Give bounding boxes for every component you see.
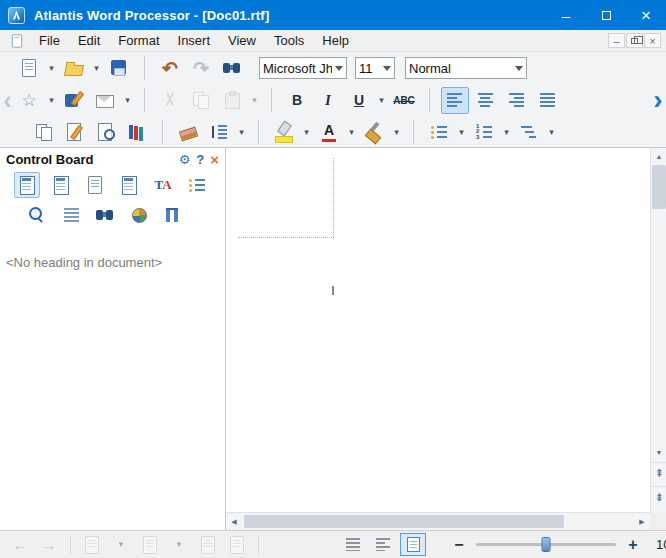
- scroll-left-button[interactable]: ◀: [226, 513, 242, 531]
- zoom-out-button[interactable]: −: [447, 533, 471, 557]
- headings-pane-button[interactable]: [14, 172, 40, 198]
- mdi-close-button[interactable]: ×: [644, 33, 661, 48]
- page-layout-view-button[interactable]: [400, 533, 426, 556]
- online-view-button[interactable]: [370, 533, 396, 556]
- font-size-combo[interactable]: 11: [355, 57, 395, 79]
- favorites-button[interactable]: ☆: [15, 87, 43, 114]
- email-dropdown[interactable]: ▾: [122, 87, 133, 114]
- redo-button[interactable]: ↷: [187, 55, 215, 82]
- clone-document-button[interactable]: [30, 119, 58, 146]
- scroll-down-button[interactable]: ▼: [651, 444, 666, 460]
- new-document-dropdown[interactable]: ▾: [46, 55, 57, 82]
- menu-view[interactable]: View: [219, 30, 265, 51]
- horizontal-scrollbar[interactable]: ◀ ▶: [226, 512, 650, 530]
- highlight-dropdown[interactable]: ▾: [301, 119, 312, 146]
- font-color-dropdown[interactable]: ▾: [346, 119, 357, 146]
- style-combo[interactable]: Normal: [405, 57, 527, 79]
- strikethrough-button[interactable]: ABC: [390, 87, 418, 114]
- email-button[interactable]: [91, 87, 119, 114]
- align-right-button[interactable]: [503, 87, 531, 114]
- horizontal-scroll-thumb[interactable]: [244, 515, 564, 528]
- menu-file[interactable]: File: [30, 30, 69, 51]
- statusbar-doc-button-4[interactable]: [225, 533, 249, 557]
- new-document-button[interactable]: [15, 55, 43, 82]
- line-spacing-dropdown[interactable]: ▾: [236, 119, 247, 146]
- nav-back-button[interactable]: ←: [8, 533, 32, 557]
- underline-button[interactable]: U: [345, 87, 373, 114]
- copy-button[interactable]: [187, 87, 215, 114]
- align-justify-button[interactable]: [534, 87, 562, 114]
- bookmarks-pane-button[interactable]: [82, 172, 108, 198]
- colors-pane-button[interactable]: [126, 202, 152, 228]
- mdi-restore-button[interactable]: [626, 33, 643, 48]
- previous-toolbar-chevron-icon[interactable]: ‹: [1, 89, 14, 110]
- mdi-minimize-button[interactable]: –: [608, 33, 625, 48]
- line-spacing-button[interactable]: [205, 119, 233, 146]
- zoom-pane-button[interactable]: [24, 202, 50, 228]
- numbered-list-button[interactable]: [470, 119, 498, 146]
- close-button[interactable]: ×: [626, 0, 666, 30]
- zoom-in-button[interactable]: +: [621, 533, 645, 557]
- paste-dropdown[interactable]: ▾: [249, 87, 260, 114]
- italic-button[interactable]: I: [314, 87, 342, 114]
- numbered-list-dropdown[interactable]: ▾: [501, 119, 512, 146]
- document-area[interactable]: ▲ ▼ ⇞ ⇟ ◀ ▶: [226, 148, 666, 530]
- format-painter-button[interactable]: [360, 119, 388, 146]
- menu-format[interactable]: Format: [109, 30, 168, 51]
- print-preview-button[interactable]: [92, 119, 120, 146]
- maximize-button[interactable]: [586, 0, 626, 30]
- statusbar-doc-button-1[interactable]: [80, 533, 104, 557]
- library-button[interactable]: [123, 119, 151, 146]
- nav-forward-button[interactable]: →: [37, 533, 61, 557]
- vertical-scroll-thumb[interactable]: [652, 165, 666, 209]
- find-button[interactable]: [218, 55, 246, 82]
- open-button[interactable]: [60, 55, 88, 82]
- search-pane-button[interactable]: [92, 202, 118, 228]
- underline-dropdown[interactable]: ▾: [376, 87, 387, 114]
- save-button[interactable]: [105, 55, 133, 82]
- draft-view-button[interactable]: [340, 533, 366, 556]
- vertical-scrollbar[interactable]: ▲ ▼ ⇞ ⇟: [650, 148, 666, 512]
- minimize-button[interactable]: –: [546, 0, 586, 30]
- undo-button[interactable]: ↶: [156, 55, 184, 82]
- zoom-slider[interactable]: [476, 543, 616, 546]
- bold-button[interactable]: B: [283, 87, 311, 114]
- scroll-up-button[interactable]: ▲: [651, 148, 666, 164]
- edit-document-button[interactable]: [61, 119, 89, 146]
- fonts-pane-button[interactable]: TA: [150, 172, 176, 198]
- align-center-button[interactable]: [472, 87, 500, 114]
- statusbar-doc-dropdown-1[interactable]: ▾: [109, 533, 133, 557]
- scroll-right-button[interactable]: ▶: [634, 513, 650, 531]
- sections-pane-button[interactable]: [48, 172, 74, 198]
- bullet-list-button[interactable]: [425, 119, 453, 146]
- multilevel-list-dropdown[interactable]: ▾: [546, 119, 557, 146]
- menu-insert[interactable]: Insert: [169, 30, 220, 51]
- multilevel-list-button[interactable]: [515, 119, 543, 146]
- menu-tools[interactable]: Tools: [265, 30, 313, 51]
- font-name-combo[interactable]: Microsoft Jh: [259, 57, 347, 79]
- save-all-button[interactable]: [60, 87, 88, 114]
- favorites-dropdown[interactable]: ▾: [46, 87, 57, 114]
- font-color-button[interactable]: A: [315, 119, 343, 146]
- columns-pane-button[interactable]: [160, 202, 186, 228]
- statusbar-doc-button-3[interactable]: [196, 533, 220, 557]
- next-toolbar-chevron-icon[interactable]: ›: [651, 88, 665, 110]
- menu-edit[interactable]: Edit: [69, 30, 109, 51]
- menu-help[interactable]: Help: [313, 30, 358, 51]
- eraser-button[interactable]: [174, 119, 202, 146]
- statusbar-doc-dropdown-2[interactable]: ▾: [167, 533, 191, 557]
- highlight-button[interactable]: [270, 119, 298, 146]
- open-dropdown[interactable]: ▾: [91, 55, 102, 82]
- outline-pane-button[interactable]: [184, 172, 210, 198]
- cut-button[interactable]: [156, 87, 184, 114]
- gear-icon[interactable]: ⚙: [179, 153, 191, 166]
- paragraphs-pane-button[interactable]: [58, 202, 84, 228]
- previous-page-button[interactable]: ⇞: [651, 462, 666, 484]
- next-page-button[interactable]: ⇟: [651, 486, 666, 508]
- toc-pane-button[interactable]: [116, 172, 142, 198]
- bullet-list-dropdown[interactable]: ▾: [456, 119, 467, 146]
- help-icon[interactable]: ?: [196, 153, 204, 166]
- zoom-slider-thumb[interactable]: [542, 537, 551, 552]
- control-board-close-icon[interactable]: ×: [210, 152, 219, 167]
- statusbar-doc-button-2[interactable]: [138, 533, 162, 557]
